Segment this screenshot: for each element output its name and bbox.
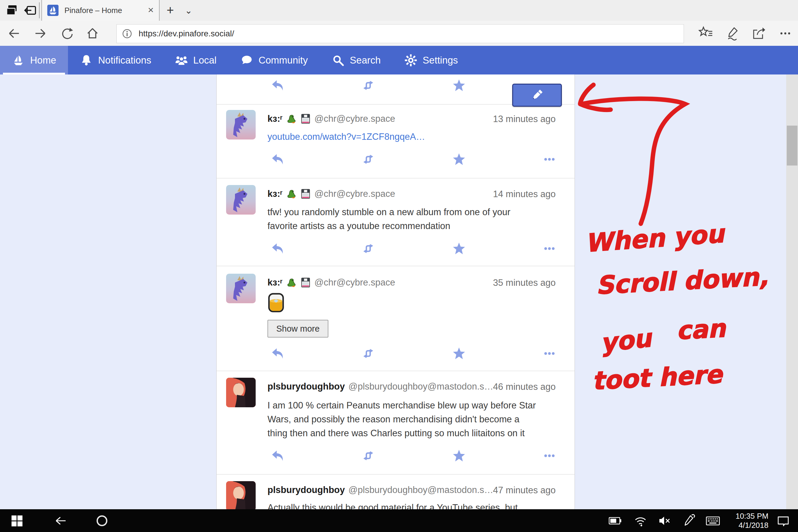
touch-keyboard-icon[interactable] xyxy=(705,513,720,528)
avatar-dragon[interactable] xyxy=(226,274,256,303)
toot-separator xyxy=(217,178,574,178)
boost-icon[interactable] xyxy=(362,79,375,92)
favorites-hub-icon[interactable] xyxy=(698,25,714,41)
toot-header[interactable]: kз:ʳ @chr@cybre.space xyxy=(267,112,395,125)
floppy-disk-emoji xyxy=(300,113,311,125)
toot-header[interactable]: plsburydoughboy @plsburydoughboy@mastodo… xyxy=(267,483,493,496)
favorite-star-icon[interactable] xyxy=(453,153,466,166)
boost-icon[interactable] xyxy=(362,449,375,462)
taskbar-clock[interactable]: 10:35 PM 4/1/2018 xyxy=(721,512,768,530)
whiskey-glass-emoji xyxy=(267,292,285,313)
account-handle: @chr@cybre.space xyxy=(315,189,395,199)
green-dragon-emoji xyxy=(286,277,297,288)
new-tab-button[interactable]: + xyxy=(162,0,178,21)
favorite-star-icon[interactable] xyxy=(453,79,466,92)
avatar-plsburydoughboy[interactable] xyxy=(226,378,256,407)
scrollbar-track[interactable] xyxy=(786,75,798,509)
action-center-icon[interactable] xyxy=(776,513,791,528)
more-dots-icon[interactable] xyxy=(543,347,556,360)
compose-toot-button[interactable] xyxy=(512,84,562,107)
display-name: plsburydoughboy xyxy=(267,381,345,392)
show-more-button[interactable]: Show more xyxy=(267,320,328,338)
more-menu-icon[interactable] xyxy=(777,25,793,41)
tab-menu-chevron-icon[interactable]: ⌄ xyxy=(180,0,197,21)
pinafore-nav: Home Notifications Local Commun xyxy=(0,46,798,75)
account-handle: @plsburydoughboy@mastodon.s… xyxy=(348,485,493,495)
display-name: kз:ʳ xyxy=(267,189,283,199)
reply-icon[interactable] xyxy=(271,347,284,360)
nav-item-local[interactable]: Local xyxy=(163,46,228,75)
bell-icon xyxy=(80,54,93,67)
boost-icon[interactable] xyxy=(362,242,375,255)
avatar-dragon[interactable] xyxy=(226,110,256,139)
green-dragon-emoji xyxy=(286,188,297,200)
taskbar-back-icon[interactable] xyxy=(53,513,68,528)
reply-icon[interactable] xyxy=(271,153,284,166)
refresh-icon[interactable] xyxy=(60,26,75,41)
site-info-icon[interactable] xyxy=(122,28,132,39)
favorite-star-icon[interactable] xyxy=(453,347,466,360)
nav-label: Notifications xyxy=(98,55,151,66)
favorite-star-icon[interactable] xyxy=(453,242,466,255)
favorite-star-icon[interactable] xyxy=(453,449,466,462)
share-icon[interactable] xyxy=(751,25,767,41)
timestamp[interactable]: 47 minutes ago xyxy=(493,485,556,496)
nav-item-notifications[interactable]: Notifications xyxy=(68,46,163,75)
annotation-line-4: toot here xyxy=(591,360,724,396)
timestamp[interactable]: 14 minutes ago xyxy=(493,189,556,200)
more-dots-icon[interactable] xyxy=(543,153,556,166)
nav-item-settings[interactable]: Settings xyxy=(393,46,470,75)
back-icon[interactable] xyxy=(6,26,21,41)
more-dots-icon[interactable] xyxy=(543,242,556,255)
windows-taskbar: 10:35 PM 4/1/2018 xyxy=(0,509,798,532)
start-button-icon[interactable] xyxy=(10,513,24,528)
nav-item-search[interactable]: Search xyxy=(320,46,393,75)
nav-item-community[interactable]: Community xyxy=(228,46,320,75)
toot-header[interactable]: kз:ʳ @chr@cybre.space xyxy=(267,276,395,289)
timestamp[interactable]: 46 minutes ago xyxy=(493,382,556,392)
nav-item-home[interactable]: Home xyxy=(0,46,68,75)
boost-icon[interactable] xyxy=(362,347,375,360)
browser-tab-pinafore[interactable]: Pinafore – Home × xyxy=(41,0,159,21)
display-name: plsburydoughboy xyxy=(267,485,345,495)
toot-header[interactable]: plsburydoughboy @plsburydoughboy@mastodo… xyxy=(267,380,493,393)
address-bar[interactable]: https://dev.pinafore.social/ xyxy=(116,24,684,43)
tab-preview-icon[interactable] xyxy=(5,3,19,17)
tab-title: Pinafore – Home xyxy=(64,6,146,15)
avatar-dragon[interactable] xyxy=(226,185,256,214)
scrollbar-thumb[interactable] xyxy=(787,126,797,166)
floppy-disk-emoji xyxy=(300,188,311,200)
floppy-disk-emoji xyxy=(300,277,311,288)
volume-muted-icon[interactable] xyxy=(658,513,672,528)
set-tabs-aside-icon[interactable] xyxy=(24,3,37,17)
cortana-icon[interactable] xyxy=(95,513,109,528)
account-handle: @plsburydoughboy@mastodon.s… xyxy=(348,381,493,392)
people-icon xyxy=(175,54,188,67)
pen-icon[interactable] xyxy=(682,513,696,528)
more-dots-icon[interactable] xyxy=(543,449,556,462)
toot-header[interactable]: kз:ʳ @chr@cybre.space xyxy=(267,187,395,201)
clock-date: 4/1/2018 xyxy=(721,521,768,530)
url-text[interactable]: https://dev.pinafore.social/ xyxy=(139,29,234,38)
green-dragon-emoji xyxy=(286,113,297,125)
toot-separator xyxy=(217,370,574,371)
timeline: kз:ʳ @chr@cybre.space 13 minutes ago you… xyxy=(216,75,575,532)
nav-label: Home xyxy=(30,55,56,66)
forward-icon[interactable] xyxy=(33,26,48,41)
timestamp[interactable]: 35 minutes ago xyxy=(493,278,556,288)
annotate-pen-icon[interactable] xyxy=(725,25,741,41)
wifi-icon[interactable] xyxy=(633,513,648,528)
boost-icon[interactable] xyxy=(362,153,375,166)
reply-icon[interactable] xyxy=(271,79,284,92)
active-tab-underline xyxy=(3,73,65,75)
home-icon[interactable] xyxy=(85,26,100,41)
reply-icon[interactable] xyxy=(271,449,284,462)
reply-icon[interactable] xyxy=(271,242,284,255)
nav-label: Settings xyxy=(423,55,458,66)
toot-link[interactable]: youtube.com/watch?v=1ZCF8ngqeA… xyxy=(267,132,425,142)
avatar-plsburydoughboy[interactable] xyxy=(226,481,256,511)
speech-bubble-icon xyxy=(240,54,253,67)
timestamp[interactable]: 13 minutes ago xyxy=(493,114,556,125)
battery-icon[interactable] xyxy=(608,513,623,528)
tab-close-icon[interactable]: × xyxy=(148,4,154,16)
